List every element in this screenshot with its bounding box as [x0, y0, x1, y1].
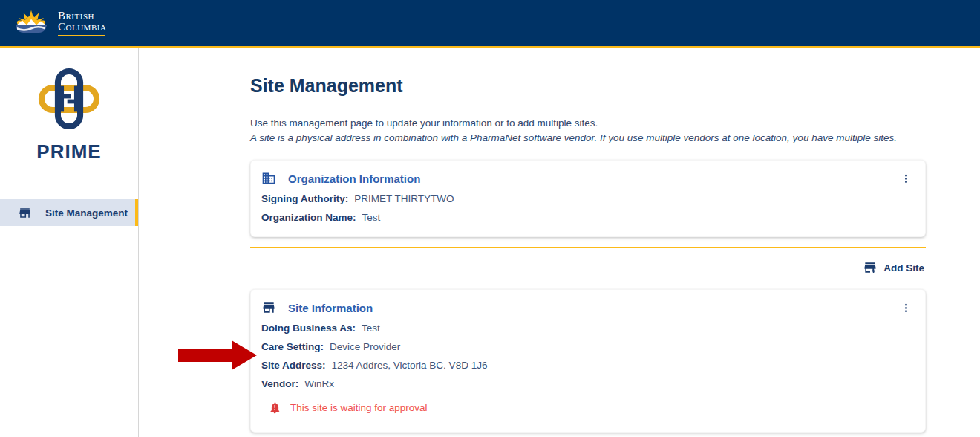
site-card-kebab-menu-icon[interactable] — [897, 299, 915, 317]
store-icon — [261, 300, 276, 315]
content-area: Site Management Use this management page… — [139, 48, 980, 437]
page-description-note: A site is a physical address in combinat… — [250, 131, 926, 146]
store-icon — [18, 206, 32, 220]
add-site-button[interactable]: Add Site — [861, 257, 926, 278]
sidebar: PRIME Site Management — [0, 48, 139, 437]
bc-wordmark-line1: British — [58, 10, 106, 22]
sidebar-item-label: Site Management — [45, 207, 128, 218]
alert-bell-icon — [269, 401, 281, 414]
bc-gov-logo: British Columbia — [12, 9, 106, 37]
main-layout: PRIME Site Management Site Management Us… — [0, 48, 980, 437]
bc-wordmark-line2: Columbia — [58, 22, 106, 33]
field-vendor: Vendor:WinRx — [260, 378, 913, 389]
page-title: Site Management — [250, 75, 926, 97]
add-store-icon — [863, 260, 878, 275]
site-information-card: Site Information Doing Business As:Test … — [250, 289, 926, 433]
prime-brand: PRIME — [0, 66, 138, 164]
organization-information-card: Organization Information Signing Authori… — [250, 160, 926, 237]
sidebar-item-site-management[interactable]: Site Management — [0, 199, 138, 226]
prime-chain-links-logo-icon — [36, 66, 102, 132]
field-care-setting: Care Setting:Device Provider — [260, 341, 913, 352]
prime-brand-name: PRIME — [36, 140, 101, 164]
site-card-title: Site Information — [288, 302, 373, 314]
field-doing-business-as: Doing Business As:Test — [260, 323, 913, 334]
field-organization-name: Organization Name:Test — [260, 212, 913, 223]
field-site-address: Site Address:1234 Addres, Victoria BC. V… — [260, 360, 913, 371]
gold-section-divider — [250, 247, 926, 248]
approval-warning: This site is waiting for approval — [269, 401, 913, 414]
building-icon — [261, 171, 276, 186]
bc-sunrise-emblem-icon — [12, 9, 50, 37]
org-card-title: Organization Information — [288, 172, 420, 185]
page-description: Use this management page to update your … — [250, 116, 926, 131]
field-signing-authority: Signing Authority:PRIMET THIRTYTWO — [260, 193, 913, 204]
app-header: British Columbia — [0, 0, 980, 48]
bc-wordmark-underline — [58, 35, 105, 36]
approval-warning-text: This site is waiting for approval — [290, 402, 428, 413]
org-card-kebab-menu-icon[interactable] — [897, 169, 915, 187]
